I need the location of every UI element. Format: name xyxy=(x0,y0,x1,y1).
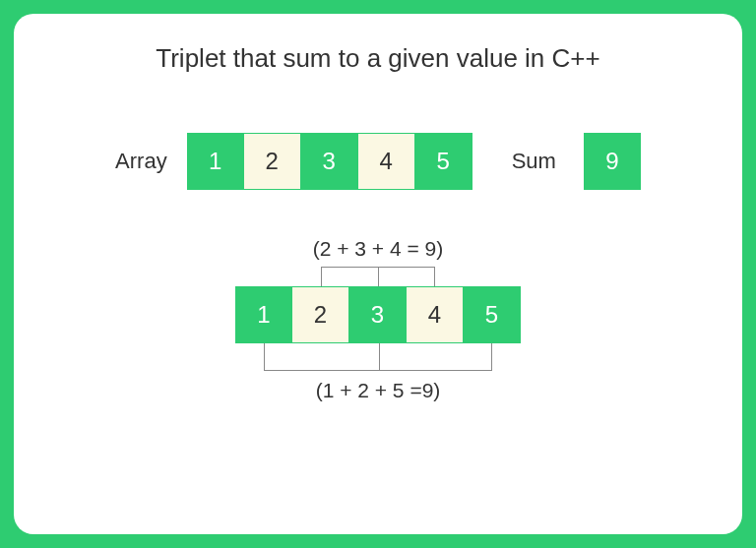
triplet-bottom-expr: (1 + 2 + 5 =9) xyxy=(53,379,703,402)
array-cells-2: 1 2 3 4 5 xyxy=(235,286,521,343)
sum-cell: 9 xyxy=(584,133,641,190)
array-cell: 1 xyxy=(235,286,292,343)
page-title: Triplet that sum to a given value in C++ xyxy=(53,43,703,74)
array-cell: 5 xyxy=(464,286,521,343)
array-cell: 4 xyxy=(358,133,415,190)
bracket-divider xyxy=(379,343,380,370)
array-cell: 5 xyxy=(415,133,472,190)
array-cell: 4 xyxy=(407,286,464,343)
array-cell: 1 xyxy=(187,133,244,190)
bracket-top xyxy=(321,267,435,286)
array-cell: 2 xyxy=(244,133,301,190)
array-cell: 3 xyxy=(349,286,407,343)
array-label: Array xyxy=(115,149,167,174)
array-cells: 1 2 3 4 5 xyxy=(187,133,472,190)
array-cell: 3 xyxy=(301,133,358,190)
bracket-divider xyxy=(378,268,379,286)
sum-label: Sum xyxy=(512,149,556,174)
input-row: Array 1 2 3 4 5 Sum 9 xyxy=(53,133,703,190)
bracket-bottom xyxy=(264,343,492,371)
array-cell: 2 xyxy=(292,286,349,343)
triplet-top-expr: (2 + 3 + 4 = 9) xyxy=(53,237,703,261)
triplet-diagram: 1 2 3 4 5 xyxy=(235,286,521,343)
diagram-card: Triplet that sum to a given value in C++… xyxy=(14,14,742,534)
